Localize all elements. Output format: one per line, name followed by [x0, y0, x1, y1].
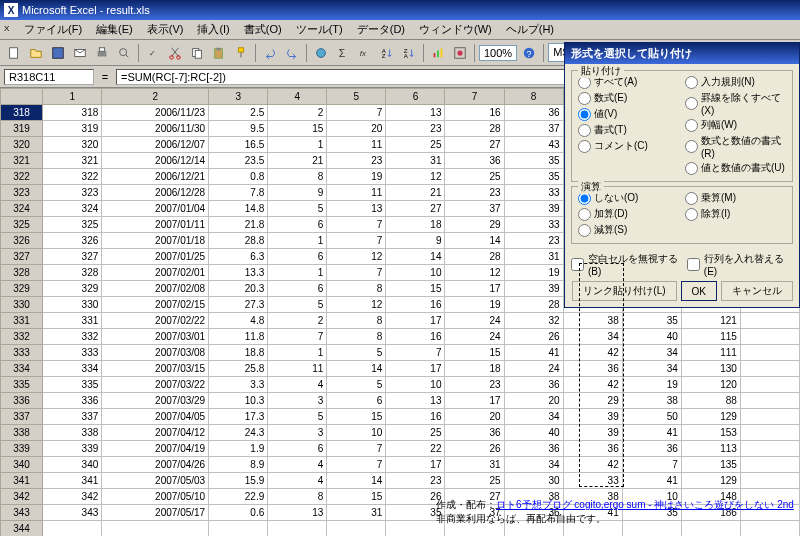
cell[interactable]: 5 — [268, 409, 327, 425]
cell[interactable]: 21 — [268, 153, 327, 169]
cell[interactable]: 23 — [386, 473, 445, 489]
link-paste-button[interactable]: リンク貼り付け(L) — [572, 281, 676, 301]
mail-icon[interactable] — [70, 43, 90, 63]
cell[interactable]: 2007/03/08 — [102, 345, 209, 361]
row-header[interactable]: 341 — [1, 473, 43, 489]
cell[interactable]: 0.6 — [209, 505, 268, 521]
cell[interactable]: 13 — [268, 505, 327, 521]
cell[interactable]: 18 — [386, 217, 445, 233]
cell[interactable]: 24 — [445, 329, 504, 345]
cell[interactable]: 33 — [504, 217, 563, 233]
cell[interactable]: 34 — [622, 345, 681, 361]
cell[interactable]: 39 — [563, 425, 622, 441]
cell[interactable]: 113 — [681, 441, 740, 457]
cell[interactable]: 4 — [268, 473, 327, 489]
cell[interactable]: 333 — [43, 345, 102, 361]
cell[interactable]: 129 — [681, 473, 740, 489]
cell[interactable]: 7 — [327, 233, 386, 249]
cell[interactable]: 29 — [445, 217, 504, 233]
cell[interactable]: 17 — [386, 361, 445, 377]
cell[interactable]: 2 — [268, 313, 327, 329]
col-header[interactable]: 7 — [445, 89, 504, 105]
cell[interactable]: 19 — [327, 169, 386, 185]
row-header[interactable]: 332 — [1, 329, 43, 345]
col-header[interactable]: 1 — [43, 89, 102, 105]
radio-add[interactable]: 加算(D) — [578, 207, 679, 221]
cell[interactable]: 34 — [504, 409, 563, 425]
cell[interactable]: 2007/04/26 — [102, 457, 209, 473]
cell[interactable]: 6 — [268, 249, 327, 265]
cell[interactable] — [740, 345, 799, 361]
row-header[interactable]: 336 — [1, 393, 43, 409]
radio-divide[interactable]: 除算(I) — [685, 207, 786, 221]
fx-label-icon[interactable]: = — [98, 71, 112, 83]
cell[interactable]: 2006/12/07 — [102, 137, 209, 153]
cell[interactable]: 7 — [327, 265, 386, 281]
cell[interactable]: 34 — [504, 457, 563, 473]
menu-tools[interactable]: ツール(T) — [290, 20, 349, 39]
help-icon[interactable]: ? — [519, 43, 539, 63]
cell[interactable]: 8 — [327, 281, 386, 297]
radio-formulas[interactable]: 数式(E) — [578, 91, 679, 105]
row-header[interactable]: 321 — [1, 153, 43, 169]
cell[interactable]: 19 — [445, 297, 504, 313]
col-header[interactable]: 6 — [386, 89, 445, 105]
cell[interactable]: 40 — [504, 425, 563, 441]
cell[interactable]: 2007/02/01 — [102, 265, 209, 281]
row-header[interactable]: 322 — [1, 169, 43, 185]
cell[interactable]: 324 — [43, 201, 102, 217]
check-skip-blanks[interactable]: 空白セルを無視する(B) — [571, 252, 687, 277]
cell[interactable] — [740, 473, 799, 489]
cell[interactable]: 329 — [43, 281, 102, 297]
cell[interactable]: 12 — [445, 265, 504, 281]
cell[interactable]: 14 — [327, 361, 386, 377]
menu-help[interactable]: ヘルプ(H) — [500, 20, 560, 39]
row-header[interactable]: 344 — [1, 521, 43, 537]
cell[interactable]: 42 — [563, 457, 622, 473]
cell[interactable]: 33 — [504, 185, 563, 201]
cell[interactable]: 6.3 — [209, 249, 268, 265]
cell[interactable]: 130 — [681, 361, 740, 377]
cell[interactable]: 5 — [327, 345, 386, 361]
cell[interactable]: 2007/02/22 — [102, 313, 209, 329]
cell[interactable]: 37 — [445, 201, 504, 217]
cell[interactable]: 5 — [268, 201, 327, 217]
cell[interactable]: 328 — [43, 265, 102, 281]
cell[interactable]: 18.8 — [209, 345, 268, 361]
cell[interactable]: 37 — [504, 121, 563, 137]
cell[interactable]: 39 — [504, 281, 563, 297]
row-header[interactable]: 325 — [1, 217, 43, 233]
cell[interactable]: 11 — [268, 361, 327, 377]
drawing-icon[interactable] — [450, 43, 470, 63]
col-header[interactable]: 3 — [209, 89, 268, 105]
radio-value-numfmt[interactable]: 値と数値の書式(U) — [685, 161, 786, 175]
cell[interactable]: 2006/12/21 — [102, 169, 209, 185]
cell[interactable]: 319 — [43, 121, 102, 137]
cell[interactable]: 31 — [327, 505, 386, 521]
link-icon[interactable] — [311, 43, 331, 63]
cell[interactable]: 28 — [445, 249, 504, 265]
cell[interactable]: 111 — [681, 345, 740, 361]
row-header[interactable]: 324 — [1, 201, 43, 217]
cell[interactable]: 16 — [445, 105, 504, 121]
cell[interactable]: 19 — [504, 265, 563, 281]
cell[interactable]: 7 — [386, 345, 445, 361]
cell[interactable]: 39 — [504, 201, 563, 217]
cell[interactable]: 50 — [622, 409, 681, 425]
cell[interactable]: 9 — [386, 233, 445, 249]
cell[interactable] — [740, 361, 799, 377]
cell[interactable]: 7 — [327, 105, 386, 121]
cell[interactable]: 29 — [563, 393, 622, 409]
check-transpose[interactable]: 行列を入れ替える(E) — [687, 252, 793, 277]
cell[interactable]: 24.3 — [209, 425, 268, 441]
cell[interactable] — [740, 393, 799, 409]
radio-multiply[interactable]: 乗算(M) — [685, 191, 786, 205]
cell[interactable]: 6 — [268, 281, 327, 297]
menu-file[interactable]: ファイル(F) — [18, 20, 88, 39]
sort-desc-icon[interactable]: ZA — [399, 43, 419, 63]
cell[interactable]: 41 — [504, 345, 563, 361]
cell[interactable]: 23.5 — [209, 153, 268, 169]
row-header[interactable]: 330 — [1, 297, 43, 313]
cell[interactable]: 2007/03/29 — [102, 393, 209, 409]
cell[interactable]: 7 — [327, 457, 386, 473]
